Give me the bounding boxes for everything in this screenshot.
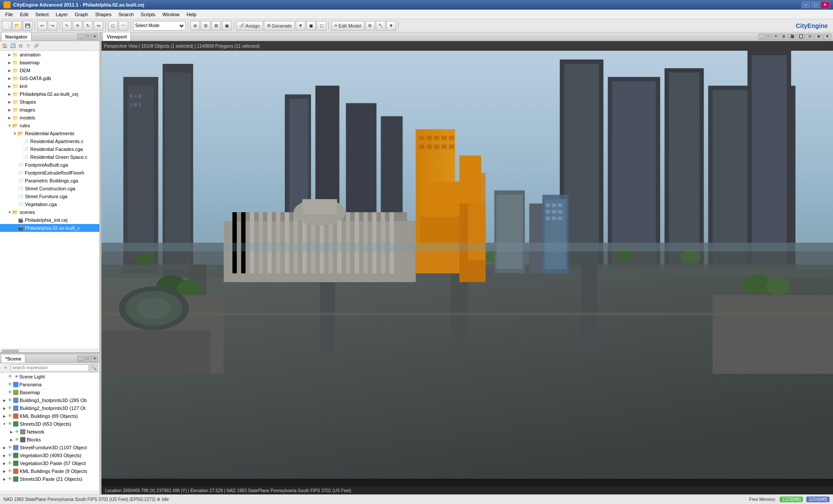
menu-scripts[interactable]: Scripts <box>137 11 159 18</box>
scene-item-veg3d[interactable]: 👁 Vegetation3D (4093 Objects) <box>0 452 99 459</box>
nav-item-kml[interactable]: kml <box>0 82 99 90</box>
tb-dropdown[interactable]: Select Mode Pan Mode <box>133 21 186 31</box>
tb-wrench[interactable]: 🔧 <box>376 21 385 31</box>
vp-cam1[interactable]: ⊞ <box>780 34 788 40</box>
nav-maximize-btn[interactable]: □ <box>84 34 91 40</box>
tb-save[interactable]: 💾 <box>23 21 32 31</box>
nav-item-rules[interactable]: rules <box>0 122 99 130</box>
vis-icon[interactable]: 👁 <box>7 444 13 451</box>
tb-snap3[interactable]: ⊠ <box>211 21 221 31</box>
vis-icon[interactable]: 👁 <box>7 460 13 466</box>
nav-item-models[interactable]: models <box>0 114 99 122</box>
scene-tab[interactable]: *Scene <box>2 354 25 363</box>
nav-item-street-furn[interactable]: Street Furniture.cga <box>0 192 99 200</box>
tb-open[interactable]: 📂 <box>12 21 22 31</box>
viewport-canvas[interactable]: CityEngine <box>102 51 833 494</box>
scene-scrollbar-h[interactable] <box>0 491 99 494</box>
tb-gen3[interactable]: ◻ <box>317 21 326 31</box>
scene-item-basemap[interactable]: 👁 Basemap <box>0 388 99 396</box>
vp-cam4[interactable]: ⊡ <box>806 34 814 40</box>
nav-item-footprint-extrude[interactable]: FootprintExtrudeRoofFloorh <box>0 169 99 177</box>
scene-close-btn[interactable]: ✕ <box>91 356 98 362</box>
scene-search-button[interactable]: 🔍 <box>90 364 98 372</box>
vis-icon[interactable]: 👁 <box>14 437 20 443</box>
vis-icon[interactable]: 👁 <box>7 476 13 482</box>
close-button[interactable]: ✕ <box>821 1 830 8</box>
nav-home-btn[interactable]: 🏠 <box>1 42 9 50</box>
scene-item-building1[interactable]: 👁 Building1_footprints3D (285 Ob <box>0 396 99 404</box>
minimize-button[interactable]: − <box>802 1 810 8</box>
nav-item-scenes[interactable]: scenes <box>0 208 99 216</box>
menu-window[interactable]: Window <box>159 11 183 18</box>
nav-item-residential[interactable]: Residential Apartments <box>0 130 99 137</box>
vis-icon[interactable]: 👁 <box>7 405 13 411</box>
nav-item-philly-init[interactable]: Philadelphia_init.cej <box>0 216 99 224</box>
tb-gen-options[interactable]: ▼ <box>296 21 305 31</box>
tb-create-shape[interactable]: ◻ <box>108 21 118 31</box>
vp-maximize-btn[interactable]: □ <box>766 34 772 40</box>
scene-item-light[interactable]: 👁 ☀ Scene Light <box>0 373 99 381</box>
tb-snap1[interactable]: ⊕ <box>190 21 200 31</box>
tb-new[interactable]: 📄 <box>2 21 11 31</box>
vis-icon[interactable]: 👁 <box>7 382 13 388</box>
nav-item-philadelphia[interactable]: Philadelphia.02.as-built_cej <box>0 90 99 98</box>
scene-item-panorama[interactable]: 👁 Panorama <box>0 381 99 388</box>
generate-button[interactable]: ⚙ Generate <box>264 21 295 31</box>
tb-street[interactable]: 〰 <box>119 21 128 31</box>
vis-icon[interactable]: 👁 <box>7 468 13 474</box>
scene-tb-add[interactable]: + <box>2 364 10 372</box>
scene-item-streets3d-paste[interactable]: 👁 Streets3D Paste (21 Objects) <box>0 475 99 483</box>
tb-select[interactable]: ↖ <box>62 21 72 31</box>
maximize-button[interactable]: □ <box>811 1 820 8</box>
vp-minimize-btn[interactable]: _ <box>759 34 765 40</box>
nav-close-btn[interactable]: ✕ <box>91 34 98 40</box>
tb-snap2[interactable]: ⊞ <box>201 21 210 31</box>
nav-item-animation[interactable]: animation <box>0 51 99 59</box>
scene-minimize-btn[interactable]: _ <box>77 356 84 362</box>
nav-item-res-green[interactable]: Residential Green Space.c <box>0 153 99 161</box>
vis-icon[interactable]: 👁 <box>7 397 13 403</box>
nav-item-street-const[interactable]: Street Construction.cga <box>0 185 99 192</box>
tb-scale[interactable]: ⇔ <box>94 21 103 31</box>
menu-shapes[interactable]: Shapes <box>91 11 115 18</box>
scene-item-building2[interactable]: 👁 Building2_footprints3D (127 Ot <box>0 404 99 412</box>
nav-item-philly-asbuilt[interactable]: Philadelphia.02.as-built_c <box>0 224 99 232</box>
nav-item-basemap[interactable]: basemap <box>0 59 99 66</box>
menu-graph[interactable]: Graph <box>71 11 92 18</box>
tb-snap4[interactable]: ▣ <box>222 21 231 31</box>
assign-button[interactable]: 🔗 Assign <box>236 21 263 31</box>
vp-close-btn[interactable]: ✕ <box>773 34 779 40</box>
menu-layer[interactable]: Layer <box>52 11 71 18</box>
menu-select[interactable]: Select <box>32 11 52 18</box>
menu-search[interactable]: Search <box>115 11 137 18</box>
scene-item-blocks[interactable]: 👁 Blocks <box>0 436 99 444</box>
viewport-tab[interactable]: Viewport <box>103 32 131 41</box>
scene-item-streets3d[interactable]: 👁 Streets3D (653 Objects) <box>0 420 99 428</box>
nav-refresh-btn[interactable]: 🔄 <box>9 42 17 50</box>
vis-icon[interactable]: 👁 <box>7 452 13 458</box>
nav-item-parametric[interactable]: Parametric Buildings.cga <box>0 177 99 185</box>
menu-help[interactable]: Help <box>183 11 200 18</box>
nav-item-veg[interactable]: Vegetation.cga <box>0 200 99 208</box>
nav-item-gisdata[interactable]: GIS-DATA.gdb <box>0 74 99 82</box>
vp-cam5[interactable]: ⊠ <box>815 34 822 40</box>
tb-move[interactable]: ✛ <box>73 21 82 31</box>
nav-collapse-btn[interactable]: ⊟ <box>17 42 24 50</box>
vis-icon[interactable]: 👁 <box>7 374 13 380</box>
nav-item-images[interactable]: images <box>0 106 99 114</box>
tb-edit-opt[interactable]: ⚙ <box>365 21 375 31</box>
nav-item-footprint[interactable]: FootprintAsBuilt.cga <box>0 161 99 169</box>
nav-item-res-apt[interactable]: Residential Apartments.c <box>0 137 99 145</box>
nav-filter-btn[interactable]: ▽ <box>24 42 32 50</box>
scene-item-kml-buildings[interactable]: 👁 KML Buildings (89 Objects) <box>0 412 99 420</box>
tb-redo[interactable]: ↪ <box>48 21 57 31</box>
navigator-tab[interactable]: Navigator <box>2 32 32 41</box>
vis-icon[interactable]: 👁 <box>7 389 13 396</box>
nav-item-res-fac[interactable]: Residential Facades.cga <box>0 145 99 153</box>
scene-maximize-btn[interactable]: □ <box>84 356 91 362</box>
vp-cam3[interactable]: 🔲 <box>797 34 805 40</box>
vis-icon[interactable]: 👁 <box>7 413 13 419</box>
nav-link-btn[interactable]: 🔗 <box>32 42 40 50</box>
tb-gen2[interactable]: ◼ <box>306 21 316 31</box>
nav-item-dem[interactable]: DEM <box>0 66 99 74</box>
